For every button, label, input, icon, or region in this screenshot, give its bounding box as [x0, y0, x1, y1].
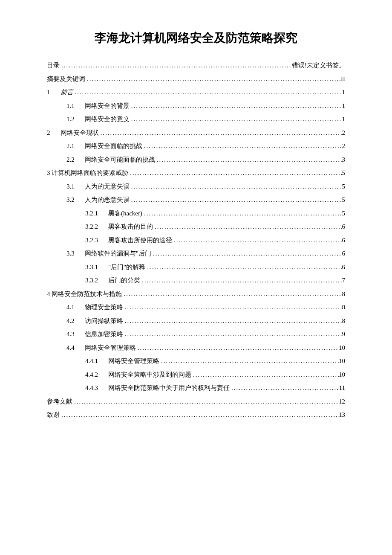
toc-page-number: 10 [339, 368, 345, 382]
toc-text: 网络安全管理策略 [85, 341, 136, 355]
toc-leader-dots [155, 153, 342, 167]
toc-text: 后门的分类 [108, 274, 140, 288]
toc-entry: 4.4.2网络安全策略中涉及到的问题10 [47, 368, 345, 382]
toc-entry: 3.1人为的无意失误5 [47, 180, 345, 194]
toc-entry: 3.2.3黑客攻击所使用的途径6 [47, 234, 345, 247]
toc-text: 摘要及关键词 [47, 73, 85, 86]
toc-leader-dots [123, 328, 342, 341]
toc-entry: 4.4网络安全管理策略10 [47, 341, 345, 355]
toc-leader-dots [130, 99, 342, 113]
toc-page-number: 11 [339, 381, 345, 395]
toc-label: 3.3网络软件的漏洞与"后门 [66, 247, 151, 261]
toc-number: 3.2.1 [85, 207, 98, 221]
toc-text: 黑客(hacker) [108, 207, 142, 221]
toc-label: 摘要及关键词 [47, 73, 85, 86]
toc-text: 黑客攻击的目的 [108, 220, 153, 234]
table-of-contents: 目录错误!未定义书签。摘要及关键词II1前言11.1网络安全的背景11.2网络安… [47, 59, 345, 422]
toc-entry: 目录错误!未定义书签。 [47, 59, 345, 73]
toc-entry: 参考文献12 [47, 395, 345, 409]
toc-entry: 2网络安全现状2 [47, 126, 345, 140]
toc-page-number: 3 [342, 153, 346, 167]
toc-number: 2.2 [66, 153, 75, 167]
toc-leader-dots [153, 220, 342, 234]
toc-number: 4.4.2 [85, 368, 98, 382]
toc-label: 致谢 [47, 408, 60, 422]
toc-page-number: 1 [342, 99, 346, 113]
toc-entry: 2.1网络安全面临的挑战2 [47, 139, 345, 153]
toc-text: 致谢 [47, 408, 60, 422]
toc-leader-dots [122, 288, 342, 301]
toc-label: 4.4.3网络安全防范策略中关于用户的权利与责任 [85, 381, 230, 395]
toc-entry: 4.4.1网络安全管理策略10 [47, 355, 345, 368]
toc-number: 4.4.3 [85, 381, 98, 395]
toc-leader-dots [145, 261, 342, 274]
toc-entry: 3.3.1"后门"的解释6 [47, 261, 345, 274]
toc-page-number: 错误!未定义书签。 [292, 59, 345, 73]
toc-entry: 1.1网络安全的背景1 [47, 99, 345, 113]
toc-number: 4.4.1 [85, 355, 98, 368]
toc-text: 网络安全可能面临的挑战 [85, 153, 155, 167]
toc-label: 3.2人为的恶意失误 [66, 193, 130, 207]
toc-page-number: 5 [342, 207, 346, 221]
toc-page-number: 7 [342, 274, 346, 288]
toc-entry: 1.2网络安全的意义1 [47, 113, 345, 126]
toc-text: 人为的无意失误 [85, 180, 130, 194]
toc-leader-dots [130, 193, 342, 207]
toc-number: 3.1 [66, 180, 75, 194]
toc-entry: 2.2网络安全可能面临的挑战3 [47, 153, 345, 167]
toc-page-number: II [341, 73, 345, 86]
toc-entry: 3.3网络软件的漏洞与"后门6 [47, 247, 345, 261]
toc-label: 3.2.3黑客攻击所使用的途径 [85, 234, 172, 247]
toc-label: 参考文献 [47, 395, 72, 409]
toc-entry: 3.3.2后门的分类7 [47, 274, 345, 288]
toc-text: 3 计算机网络面临的要紧威胁 [47, 166, 128, 180]
toc-page-number: 5 [342, 193, 346, 207]
toc-number: 4.3 [66, 328, 75, 341]
toc-entry: 4.2访问操纵策略8 [47, 314, 345, 328]
toc-number: 1 [47, 86, 50, 99]
toc-text: 目录 [47, 59, 60, 73]
toc-label: 4 网络安全防范技术与措施 [47, 288, 122, 301]
toc-entry: 致谢13 [47, 408, 345, 422]
toc-label: 3 计算机网络面临的要紧威胁 [47, 166, 128, 180]
toc-text: 网络安全面临的挑战 [85, 139, 142, 153]
toc-text: 黑客攻击所使用的途径 [108, 234, 172, 247]
toc-page-number: 2 [342, 139, 346, 153]
toc-leader-dots [73, 86, 342, 99]
toc-page-number: 1 [342, 113, 346, 126]
toc-leader-dots [85, 73, 341, 86]
toc-text: 4 网络安全防范技术与措施 [47, 288, 122, 301]
toc-page-number: 6 [342, 220, 346, 234]
toc-text: 前言 [61, 86, 73, 99]
toc-leader-dots [140, 274, 342, 288]
toc-label: 目录 [47, 59, 60, 73]
toc-page-number: 13 [339, 408, 345, 422]
toc-label: 1前言 [47, 86, 73, 99]
toc-label: 2.1网络安全面临的挑战 [66, 139, 142, 153]
toc-entry: 4 网络安全防范技术与措施8 [47, 288, 345, 301]
toc-label: 3.1人为的无意失误 [66, 180, 130, 194]
toc-leader-dots [142, 139, 342, 153]
toc-leader-dots [123, 301, 342, 314]
toc-leader-dots [151, 247, 342, 261]
toc-entry: 3 计算机网络面临的要紧威胁5 [47, 166, 345, 180]
toc-number: 4.1 [66, 301, 75, 314]
toc-text: 网络安全管理策略 [108, 355, 159, 368]
toc-label: 4.2访问操纵策略 [66, 314, 123, 328]
toc-page-number: 10 [339, 355, 345, 368]
toc-entry: 3.2人为的恶意失误5 [47, 193, 345, 207]
toc-page-number: 10 [339, 341, 345, 355]
toc-text: 物理安全策略 [85, 301, 123, 314]
document-title: 李海龙计算机网络安全及防范策略探究 [47, 30, 345, 46]
toc-number: 3.3.1 [85, 261, 98, 274]
toc-page-number: 12 [339, 395, 345, 409]
toc-label: 3.3.1"后门"的解释 [85, 261, 145, 274]
toc-text: 人为的恶意失误 [85, 193, 130, 207]
toc-label: 4.1物理安全策略 [66, 301, 123, 314]
toc-page-number: 5 [342, 166, 346, 180]
toc-leader-dots [191, 368, 339, 382]
toc-entry: 摘要及关键词II [47, 73, 345, 86]
toc-number: 4.2 [66, 314, 75, 328]
toc-label: 3.3.2后门的分类 [85, 274, 140, 288]
toc-text: 网络软件的漏洞与"后门 [85, 247, 151, 261]
